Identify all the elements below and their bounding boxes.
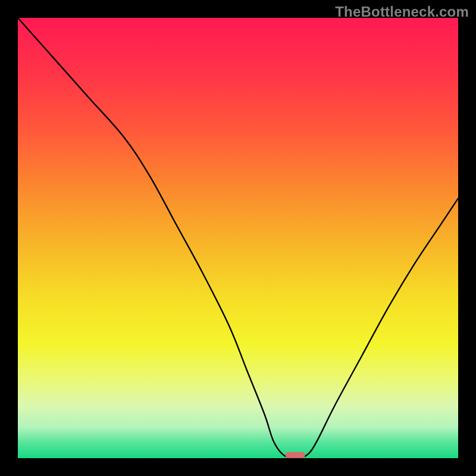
chart-frame: TheBottleneck.com	[0, 0, 476, 476]
gradient-background	[18, 18, 458, 458]
optimal-marker	[286, 452, 305, 458]
plot-area	[18, 18, 458, 458]
bottleneck-chart	[18, 18, 458, 458]
